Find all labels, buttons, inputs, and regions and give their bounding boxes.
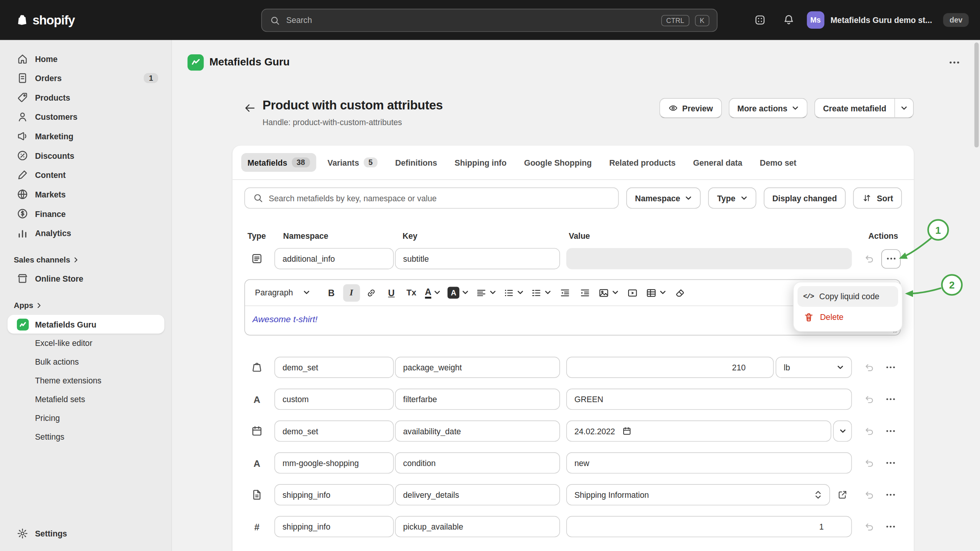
bullet-list-button[interactable]	[501, 284, 526, 302]
row-actions-button[interactable]	[881, 358, 900, 377]
sales-channels-header[interactable]: Sales channels	[8, 251, 165, 269]
tab-related-products[interactable]: Related products	[603, 153, 682, 171]
numbered-list-button[interactable]	[529, 284, 554, 302]
undo-button[interactable]	[860, 422, 879, 440]
undo-button[interactable]	[860, 453, 879, 472]
namespace-input[interactable]	[274, 389, 394, 410]
sidebar-item-marketing[interactable]: Marketing	[8, 127, 165, 145]
tab-variants[interactable]: Variants5	[321, 153, 384, 172]
namespace-input[interactable]	[274, 452, 394, 474]
clear-formatting-button[interactable]: Tx	[403, 284, 420, 302]
sidebar-item-products[interactable]: Products	[8, 88, 165, 107]
tab-demo-set[interactable]: Demo set	[754, 153, 803, 171]
insert-table-button[interactable]	[644, 284, 668, 302]
sidebar-item-metafields-guru[interactable]: Metafields Guru	[8, 315, 165, 334]
insert-image-button[interactable]	[596, 284, 621, 302]
value-number-input[interactable]	[566, 357, 774, 378]
paragraph-style-select[interactable]: Paragraph	[251, 284, 314, 302]
value-date-input[interactable]: 24.02.2022	[566, 421, 831, 442]
sidebar-item-markets[interactable]: Markets	[8, 185, 165, 204]
create-metafield-dropdown-button[interactable]	[895, 98, 914, 118]
sidebar-item-content[interactable]: Content	[8, 166, 165, 184]
open-page-button[interactable]	[833, 486, 852, 504]
tab-general-data[interactable]: General data	[687, 153, 748, 171]
sidebar-item-app-settings[interactable]: Settings	[8, 428, 165, 446]
tab-metafields[interactable]: Metafields38	[241, 153, 316, 172]
copy-liquid-code-item[interactable]: </> Copy liquid code	[797, 286, 898, 307]
sidebar-item-orders[interactable]: Orders1	[8, 69, 165, 88]
undo-button[interactable]	[860, 517, 879, 536]
key-input[interactable]	[395, 389, 560, 410]
app-more-button[interactable]	[945, 53, 964, 72]
sidebar-item-discounts[interactable]: Discounts	[8, 146, 165, 165]
page-scrollbar[interactable]	[974, 42, 978, 147]
global-search-button[interactable]: Search CTRL K	[261, 9, 717, 32]
preview-button[interactable]: Preview	[659, 98, 722, 118]
link-button[interactable]	[363, 284, 380, 302]
admin-apps-button[interactable]	[749, 9, 771, 31]
more-actions-button[interactable]: More actions	[728, 98, 807, 118]
sidebar-item-pricing[interactable]: Pricing	[8, 409, 165, 427]
metafield-search-input[interactable]	[269, 189, 611, 207]
row-actions-button[interactable]	[881, 390, 900, 409]
namespace-input[interactable]	[274, 248, 394, 269]
shopify-logo[interactable]: shopify	[16, 0, 75, 40]
sidebar-item-analytics[interactable]: Analytics	[8, 223, 165, 242]
value-number-input[interactable]	[566, 516, 852, 538]
calendar-icon[interactable]	[622, 426, 632, 436]
namespace-input[interactable]	[274, 357, 394, 378]
date-options-button[interactable]	[833, 421, 852, 442]
notifications-button[interactable]	[778, 9, 799, 31]
row-actions-button[interactable]	[881, 486, 900, 504]
undo-button[interactable]	[860, 486, 879, 504]
value-page-select[interactable]: Shipping Information	[566, 484, 830, 505]
key-input[interactable]	[395, 516, 560, 538]
sidebar-item-settings[interactable]: Settings	[8, 524, 165, 543]
sidebar-item-home[interactable]: Home	[8, 49, 165, 68]
create-metafield-button[interactable]: Create metafield	[814, 98, 895, 118]
sidebar-item-excel-like-editor[interactable]: Excel-like editor	[8, 334, 165, 352]
key-input[interactable]	[395, 421, 560, 442]
key-input[interactable]	[395, 484, 560, 505]
text-align-button[interactable]	[474, 284, 498, 302]
undo-button[interactable]	[860, 390, 879, 409]
key-input[interactable]	[395, 248, 560, 269]
text-color-button[interactable]: A	[423, 284, 443, 302]
indent-button[interactable]	[577, 284, 593, 302]
italic-button[interactable]: I	[343, 284, 360, 302]
bold-button[interactable]: B	[323, 284, 340, 302]
value-text-input[interactable]	[566, 389, 852, 410]
back-button[interactable]	[242, 101, 257, 116]
row-actions-button[interactable]	[881, 422, 900, 440]
row-actions-button[interactable]	[881, 517, 900, 536]
namespace-input[interactable]	[274, 421, 394, 442]
row-actions-button[interactable]	[881, 453, 900, 472]
tab-shipping-info[interactable]: Shipping info	[448, 153, 513, 171]
namespace-filter[interactable]: Namespace	[626, 187, 701, 209]
type-filter[interactable]: Type	[708, 187, 756, 209]
outdent-button[interactable]	[556, 284, 573, 302]
highlight-color-button[interactable]: A	[446, 284, 470, 302]
undo-button[interactable]	[860, 249, 879, 268]
sidebar-item-customers[interactable]: Customers	[8, 108, 165, 126]
sidebar-item-online-store[interactable]: Online Store	[8, 269, 165, 288]
underline-button[interactable]: U	[383, 284, 400, 302]
unit-select[interactable]: lb	[776, 357, 852, 378]
undo-button[interactable]	[860, 358, 879, 377]
namespace-input[interactable]	[274, 484, 394, 505]
clear-styles-button[interactable]	[671, 284, 688, 302]
apps-header[interactable]: Apps	[8, 297, 165, 315]
key-input[interactable]	[395, 452, 560, 474]
namespace-input[interactable]	[274, 516, 394, 538]
tab-google-shopping[interactable]: Google Shopping	[518, 153, 598, 171]
row-actions-button[interactable]	[881, 249, 901, 269]
insert-video-button[interactable]	[624, 284, 641, 302]
value-text-input[interactable]	[566, 452, 852, 474]
sidebar-item-theme-extensions[interactable]: Theme extensions	[8, 372, 165, 390]
sort-button[interactable]: Sort	[853, 187, 902, 209]
key-input[interactable]	[395, 357, 560, 378]
delete-item[interactable]: Delete	[797, 307, 898, 328]
sidebar-item-finance[interactable]: Finance	[8, 204, 165, 223]
sidebar-item-bulk-actions[interactable]: Bulk actions	[8, 353, 165, 371]
tab-definitions[interactable]: Definitions	[389, 153, 443, 171]
